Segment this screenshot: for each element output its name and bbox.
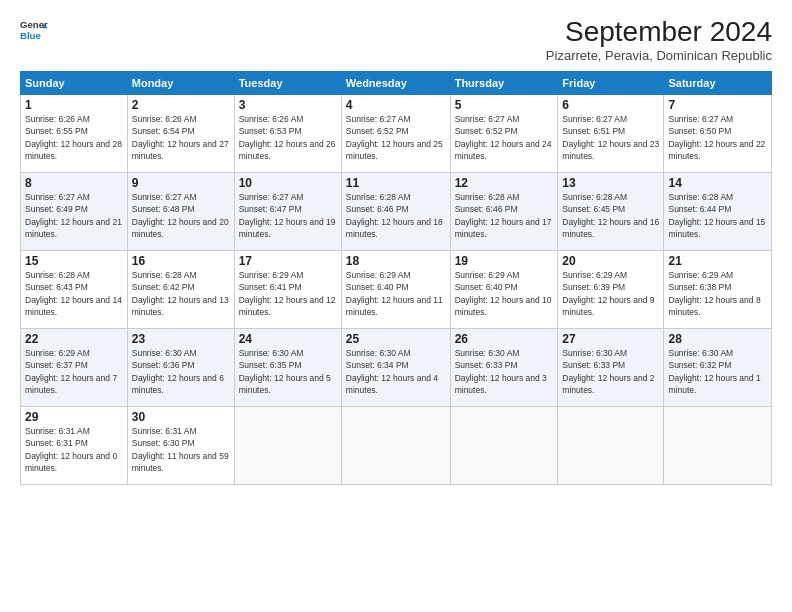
day-detail: Sunrise: 6:29 AMSunset: 6:40 PMDaylight:… (346, 270, 443, 317)
table-row: 2 Sunrise: 6:26 AMSunset: 6:54 PMDayligh… (127, 95, 234, 173)
table-row: 27 Sunrise: 6:30 AMSunset: 6:33 PMDaylig… (558, 329, 664, 407)
day-number: 10 (239, 176, 337, 190)
day-number: 15 (25, 254, 123, 268)
table-row: 3 Sunrise: 6:26 AMSunset: 6:53 PMDayligh… (234, 95, 341, 173)
day-detail: Sunrise: 6:30 AMSunset: 6:35 PMDaylight:… (239, 348, 331, 395)
day-detail: Sunrise: 6:31 AMSunset: 6:30 PMDaylight:… (132, 426, 229, 473)
title-block: September 2024 Pizarrete, Peravia, Domin… (546, 16, 772, 63)
day-detail: Sunrise: 6:28 AMSunset: 6:45 PMDaylight:… (562, 192, 659, 239)
day-detail: Sunrise: 6:27 AMSunset: 6:52 PMDaylight:… (455, 114, 552, 161)
day-detail: Sunrise: 6:28 AMSunset: 6:42 PMDaylight:… (132, 270, 229, 317)
day-number: 7 (668, 98, 767, 112)
table-row: 21 Sunrise: 6:29 AMSunset: 6:38 PMDaylig… (664, 251, 772, 329)
table-row (450, 407, 558, 485)
table-row: 17 Sunrise: 6:29 AMSunset: 6:41 PMDaylig… (234, 251, 341, 329)
table-row: 10 Sunrise: 6:27 AMSunset: 6:47 PMDaylig… (234, 173, 341, 251)
table-row: 25 Sunrise: 6:30 AMSunset: 6:34 PMDaylig… (341, 329, 450, 407)
day-number: 28 (668, 332, 767, 346)
table-row: 16 Sunrise: 6:28 AMSunset: 6:42 PMDaylig… (127, 251, 234, 329)
day-number: 30 (132, 410, 230, 424)
subtitle: Pizarrete, Peravia, Dominican Republic (546, 48, 772, 63)
svg-text:Blue: Blue (20, 30, 41, 41)
day-number: 6 (562, 98, 659, 112)
day-number: 18 (346, 254, 446, 268)
table-row: 28 Sunrise: 6:30 AMSunset: 6:32 PMDaylig… (664, 329, 772, 407)
col-thursday: Thursday (450, 72, 558, 95)
day-detail: Sunrise: 6:30 AMSunset: 6:34 PMDaylight:… (346, 348, 438, 395)
table-row: 18 Sunrise: 6:29 AMSunset: 6:40 PMDaylig… (341, 251, 450, 329)
col-friday: Friday (558, 72, 664, 95)
day-number: 27 (562, 332, 659, 346)
day-number: 9 (132, 176, 230, 190)
day-number: 11 (346, 176, 446, 190)
day-number: 1 (25, 98, 123, 112)
table-row: 11 Sunrise: 6:28 AMSunset: 6:46 PMDaylig… (341, 173, 450, 251)
day-detail: Sunrise: 6:26 AMSunset: 6:53 PMDaylight:… (239, 114, 336, 161)
day-number: 4 (346, 98, 446, 112)
day-number: 5 (455, 98, 554, 112)
day-number: 12 (455, 176, 554, 190)
table-row: 13 Sunrise: 6:28 AMSunset: 6:45 PMDaylig… (558, 173, 664, 251)
col-sunday: Sunday (21, 72, 128, 95)
table-row: 30 Sunrise: 6:31 AMSunset: 6:30 PMDaylig… (127, 407, 234, 485)
table-row: 5 Sunrise: 6:27 AMSunset: 6:52 PMDayligh… (450, 95, 558, 173)
day-number: 23 (132, 332, 230, 346)
day-detail: Sunrise: 6:27 AMSunset: 6:49 PMDaylight:… (25, 192, 122, 239)
table-row (341, 407, 450, 485)
day-number: 25 (346, 332, 446, 346)
day-detail: Sunrise: 6:30 AMSunset: 6:36 PMDaylight:… (132, 348, 224, 395)
table-row: 23 Sunrise: 6:30 AMSunset: 6:36 PMDaylig… (127, 329, 234, 407)
day-detail: Sunrise: 6:28 AMSunset: 6:44 PMDaylight:… (668, 192, 765, 239)
day-detail: Sunrise: 6:29 AMSunset: 6:41 PMDaylight:… (239, 270, 336, 317)
day-detail: Sunrise: 6:30 AMSunset: 6:33 PMDaylight:… (562, 348, 654, 395)
table-row: 8 Sunrise: 6:27 AMSunset: 6:49 PMDayligh… (21, 173, 128, 251)
logo-icon: General Blue (20, 16, 48, 44)
day-number: 24 (239, 332, 337, 346)
day-detail: Sunrise: 6:26 AMSunset: 6:54 PMDaylight:… (132, 114, 229, 161)
day-detail: Sunrise: 6:29 AMSunset: 6:37 PMDaylight:… (25, 348, 117, 395)
table-row: 19 Sunrise: 6:29 AMSunset: 6:40 PMDaylig… (450, 251, 558, 329)
day-detail: Sunrise: 6:29 AMSunset: 6:40 PMDaylight:… (455, 270, 552, 317)
day-number: 13 (562, 176, 659, 190)
table-row (558, 407, 664, 485)
header: General Blue September 2024 Pizarrete, P… (20, 16, 772, 63)
table-row: 20 Sunrise: 6:29 AMSunset: 6:39 PMDaylig… (558, 251, 664, 329)
table-row: 29 Sunrise: 6:31 AMSunset: 6:31 PMDaylig… (21, 407, 128, 485)
col-saturday: Saturday (664, 72, 772, 95)
day-number: 26 (455, 332, 554, 346)
day-detail: Sunrise: 6:29 AMSunset: 6:39 PMDaylight:… (562, 270, 654, 317)
day-number: 16 (132, 254, 230, 268)
day-number: 2 (132, 98, 230, 112)
logo: General Blue (20, 16, 48, 44)
table-row: 6 Sunrise: 6:27 AMSunset: 6:51 PMDayligh… (558, 95, 664, 173)
table-row: 14 Sunrise: 6:28 AMSunset: 6:44 PMDaylig… (664, 173, 772, 251)
day-detail: Sunrise: 6:31 AMSunset: 6:31 PMDaylight:… (25, 426, 117, 473)
col-wednesday: Wednesday (341, 72, 450, 95)
day-number: 20 (562, 254, 659, 268)
day-number: 29 (25, 410, 123, 424)
day-number: 8 (25, 176, 123, 190)
day-number: 17 (239, 254, 337, 268)
table-row: 22 Sunrise: 6:29 AMSunset: 6:37 PMDaylig… (21, 329, 128, 407)
table-row: 26 Sunrise: 6:30 AMSunset: 6:33 PMDaylig… (450, 329, 558, 407)
main-title: September 2024 (546, 16, 772, 48)
table-row: 4 Sunrise: 6:27 AMSunset: 6:52 PMDayligh… (341, 95, 450, 173)
table-row: 7 Sunrise: 6:27 AMSunset: 6:50 PMDayligh… (664, 95, 772, 173)
day-number: 19 (455, 254, 554, 268)
day-detail: Sunrise: 6:28 AMSunset: 6:43 PMDaylight:… (25, 270, 122, 317)
day-number: 21 (668, 254, 767, 268)
table-row: 24 Sunrise: 6:30 AMSunset: 6:35 PMDaylig… (234, 329, 341, 407)
day-number: 3 (239, 98, 337, 112)
day-detail: Sunrise: 6:29 AMSunset: 6:38 PMDaylight:… (668, 270, 760, 317)
col-tuesday: Tuesday (234, 72, 341, 95)
day-detail: Sunrise: 6:27 AMSunset: 6:48 PMDaylight:… (132, 192, 229, 239)
day-detail: Sunrise: 6:27 AMSunset: 6:50 PMDaylight:… (668, 114, 765, 161)
table-row (664, 407, 772, 485)
day-detail: Sunrise: 6:30 AMSunset: 6:33 PMDaylight:… (455, 348, 547, 395)
day-detail: Sunrise: 6:28 AMSunset: 6:46 PMDaylight:… (455, 192, 552, 239)
day-detail: Sunrise: 6:28 AMSunset: 6:46 PMDaylight:… (346, 192, 443, 239)
table-row: 9 Sunrise: 6:27 AMSunset: 6:48 PMDayligh… (127, 173, 234, 251)
table-row: 1 Sunrise: 6:26 AMSunset: 6:55 PMDayligh… (21, 95, 128, 173)
table-row: 15 Sunrise: 6:28 AMSunset: 6:43 PMDaylig… (21, 251, 128, 329)
calendar-table: Sunday Monday Tuesday Wednesday Thursday… (20, 71, 772, 485)
